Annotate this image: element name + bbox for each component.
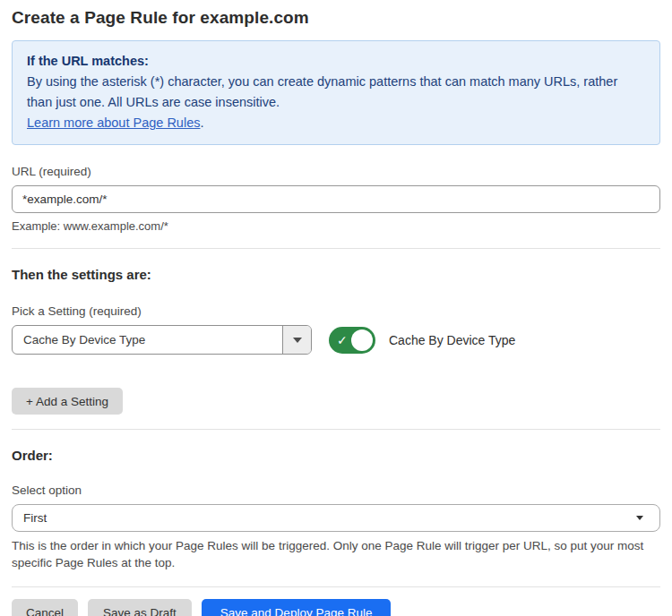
link-suffix: . xyxy=(200,116,203,130)
info-box-body: By using the asterisk (*) character, you… xyxy=(27,72,645,113)
section-divider xyxy=(12,248,660,249)
toggle-label: Cache By Device Type xyxy=(389,333,515,347)
setting-picker-label: Pick a Setting (required) xyxy=(12,304,660,318)
url-field-label: URL (required) xyxy=(12,165,660,178)
url-example-helper: Example: www.example.com/* xyxy=(12,219,660,233)
setting-select-value: Cache By Device Type xyxy=(13,326,282,354)
url-match-info-box: If the URL matches: By using the asteris… xyxy=(12,40,660,145)
save-as-draft-button[interactable]: Save as Draft xyxy=(88,599,192,616)
setting-select-arrow-button[interactable] xyxy=(282,326,311,354)
order-helper-text: This is the order in which your Page Rul… xyxy=(12,537,657,571)
section-divider xyxy=(12,429,660,430)
check-icon: ✓ xyxy=(337,333,348,346)
add-setting-button[interactable]: + Add a Setting xyxy=(12,388,123,415)
settings-section-heading: Then the settings are: xyxy=(12,267,660,282)
url-input[interactable] xyxy=(12,185,660,213)
cancel-button[interactable]: Cancel xyxy=(12,599,78,616)
order-select-value: First xyxy=(23,511,47,525)
footer-divider xyxy=(12,586,660,587)
setting-row: Cache By Device Type ✓ Cache By Device T… xyxy=(12,325,660,355)
page-rule-form: Create a Page Rule for example.com If th… xyxy=(0,8,672,616)
chevron-down-icon xyxy=(636,516,643,520)
chevron-down-icon xyxy=(293,338,302,343)
learn-more-link[interactable]: Learn more about Page Rules xyxy=(27,116,200,130)
order-select-label: Select option xyxy=(12,483,660,497)
setting-select[interactable]: Cache By Device Type xyxy=(12,325,312,355)
order-section-heading: Order: xyxy=(12,448,660,463)
toggle-knob xyxy=(351,329,373,351)
page-title: Create a Page Rule for example.com xyxy=(12,8,660,28)
cache-by-device-type-toggle[interactable]: ✓ xyxy=(329,327,375,354)
footer-actions: Cancel Save as Draft Save and Deploy Pag… xyxy=(12,599,660,616)
order-select[interactable]: First xyxy=(12,504,660,532)
info-box-heading: If the URL matches: xyxy=(27,51,645,72)
save-and-deploy-button[interactable]: Save and Deploy Page Rule xyxy=(202,599,392,616)
info-box-link-line: Learn more about Page Rules. xyxy=(27,113,645,133)
